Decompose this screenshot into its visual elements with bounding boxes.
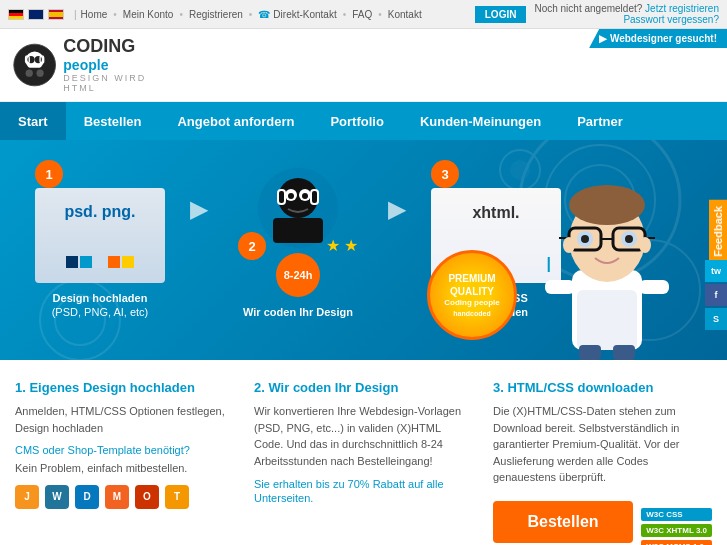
feedback-tab[interactable]: Feedback <box>709 200 727 263</box>
nav-partner[interactable]: Partner <box>559 102 641 140</box>
account-info: Noch nicht angemeldet? Jetzt registriere… <box>534 3 719 25</box>
swatch-3 <box>94 256 106 268</box>
logo-icon <box>12 40 57 90</box>
step-arrow-2: ▶ <box>388 195 406 223</box>
svg-point-8 <box>36 70 43 77</box>
step-arrow-1: ▶ <box>190 195 208 223</box>
header: CODING people DESIGN WIRD HTML ▶ Webdesi… <box>0 29 727 102</box>
col2-title: 2. Wir coden Ihr Design <box>254 380 473 395</box>
logo-name: CODING people <box>63 37 172 73</box>
time-badge: 8-24h <box>276 253 320 297</box>
discount-link[interactable]: Sie erhalten bis zu 70% Rabatt auf alle … <box>254 478 444 504</box>
step-2-label: Wir coden Ihr Design <box>243 305 353 319</box>
stars-decoration: ★ ★ <box>326 236 358 255</box>
col3-title: 3. HTML/CSS downloaden <box>493 380 712 395</box>
typo3-icon: T <box>165 485 189 509</box>
color-swatches <box>66 256 134 268</box>
swatch-1 <box>66 256 78 268</box>
skype-button[interactable]: S <box>705 308 727 330</box>
top-nav: Home • Mein Konto • Registrieren • ☎ Dir… <box>81 9 422 20</box>
character-svg <box>527 150 687 360</box>
swatch-2 <box>80 256 92 268</box>
content-wrapper: 1. Eigenes Design hochladen Anmelden, HT… <box>0 360 727 545</box>
nav-mein-konto[interactable]: Mein Konto <box>123 9 174 20</box>
register-link[interactable]: Jetzt registrieren <box>645 3 719 14</box>
nav-registrieren[interactable]: Registrieren <box>189 9 243 20</box>
social-sidebar: tw f S <box>705 260 727 330</box>
svg-point-39 <box>625 235 633 243</box>
hero-character <box>527 150 687 360</box>
nav-home[interactable]: Home <box>81 9 108 20</box>
cms-icons: J W D M O T <box>15 485 234 509</box>
flag-gb[interactable] <box>28 9 44 20</box>
hero-step-1: 1 psd. png. <box>20 160 180 320</box>
brand-label: Coding people <box>444 298 500 308</box>
hero-section: 1 psd. png. <box>0 140 727 360</box>
nav-angebot[interactable]: Angebot anfordern <box>159 102 312 140</box>
step-1-label: Design hochladen(PSD, PNG, AI, etc) <box>52 291 149 320</box>
premium-label: PREMIUM <box>448 272 495 285</box>
svg-rect-45 <box>613 345 635 360</box>
svg-rect-26 <box>273 218 323 243</box>
step-number-2: 2 <box>238 232 266 260</box>
col2-text: Wir konvertieren Ihre Webdesign-Vorlagen… <box>254 403 473 469</box>
joomla-icon: J <box>15 485 39 509</box>
svg-rect-43 <box>639 280 669 294</box>
not-registered-text: Noch nicht angemeldet? <box>534 3 642 14</box>
nav-direkt-kontakt[interactable]: ☎ Direkt-Kontakt <box>258 9 336 20</box>
wsc-xhtml-badge: W3C XHTML 3.0 <box>641 524 712 537</box>
top-bar-right: LOGIN Noch nicht angemeldet? Jetzt regis… <box>475 3 719 25</box>
wsc-mcms-badge: W3C MCMS 1.0 <box>641 540 712 546</box>
logo-text-block: CODING people DESIGN WIRD HTML <box>63 37 172 93</box>
skype-icon: ☎ <box>258 9 270 20</box>
cms-text: Kein Problem, einfach mitbestellen. <box>15 460 234 477</box>
step-1-file-label: psd. png. <box>64 203 135 221</box>
wsc-badges: W3C CSS W3C XHTML 3.0 W3C MCMS 1.0 <box>641 508 712 546</box>
svg-point-23 <box>302 193 308 199</box>
drupal-icon: D <box>75 485 99 509</box>
nav-faq[interactable]: FAQ <box>352 9 372 20</box>
nav-start[interactable]: Start <box>0 102 66 140</box>
step-number-1: 1 <box>35 160 63 188</box>
logo[interactable]: CODING people DESIGN WIRD HTML <box>12 37 172 93</box>
svg-rect-42 <box>545 280 575 294</box>
cms-link[interactable]: CMS oder Shop-Template benötigt? <box>15 444 234 456</box>
content-col-1: 1. Eigenes Design hochladen Anmelden, HT… <box>15 380 234 543</box>
oxid-icon: O <box>135 485 159 509</box>
flag-de[interactable] <box>8 9 24 20</box>
nav-bestellen[interactable]: Bestellen <box>66 102 160 140</box>
nav-kunden[interactable]: Kunden-Meinungen <box>402 102 559 140</box>
bestellen-button[interactable]: Bestellen <box>493 501 633 543</box>
main-nav: Start Bestellen Angebot anfordern Portfo… <box>0 102 727 140</box>
nav-portfolio[interactable]: Portfolio <box>312 102 401 140</box>
nav-kontakt[interactable]: Kontakt <box>388 9 422 20</box>
login-button[interactable]: LOGIN <box>475 6 527 23</box>
content-col-2: 2. Wir coden Ihr Design Wir konvertieren… <box>254 380 473 543</box>
wordpress-icon: W <box>45 485 69 509</box>
top-bar-left: | Home • Mein Konto • Registrieren • ☎ D… <box>8 9 422 20</box>
col1-title: 1. Eigenes Design hochladen <box>15 380 234 395</box>
content-section: 1. Eigenes Design hochladen Anmelden, HT… <box>0 360 727 545</box>
svg-point-40 <box>563 237 575 253</box>
step-number-3: 3 <box>431 160 459 188</box>
svg-point-30 <box>569 185 645 225</box>
twitter-button[interactable]: tw <box>705 260 727 282</box>
col1-text: Anmelden, HTML/CSS Optionen festlegen, D… <box>15 403 234 436</box>
step-1-image: psd. png. <box>35 188 165 283</box>
webdesigner-banner[interactable]: ▶ Webdesigner gesucht! <box>589 29 727 48</box>
wsc-css-badge: W3C CSS <box>641 508 712 521</box>
logo-tagline: DESIGN WIRD HTML <box>63 73 172 93</box>
swatch-4 <box>108 256 120 268</box>
premium-badge: PREMIUM QUALITY Coding people handcoded <box>427 250 517 340</box>
forgot-link[interactable]: Passwort vergessen? <box>623 14 719 25</box>
top-bar: | Home • Mein Konto • Registrieren • ☎ D… <box>0 0 727 29</box>
svg-rect-44 <box>579 345 601 360</box>
svg-point-38 <box>581 235 589 243</box>
facebook-button[interactable]: f <box>705 284 727 306</box>
magento-icon: M <box>105 485 129 509</box>
flag-es[interactable] <box>48 9 64 20</box>
swatch-5 <box>122 256 134 268</box>
svg-point-41 <box>639 237 651 253</box>
quality-label: QUALITY <box>450 285 494 298</box>
svg-rect-6 <box>21 68 48 79</box>
